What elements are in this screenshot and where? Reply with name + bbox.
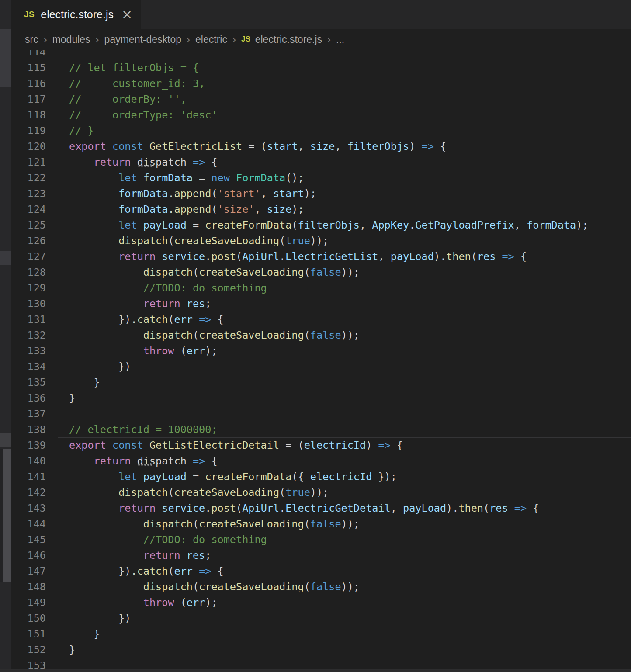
line-number[interactable]: 149 xyxy=(11,595,46,610)
code-line[interactable]: 116// customer_id: 3, xyxy=(11,76,631,91)
code-line[interactable]: 120export const GetElectricList = (start… xyxy=(11,139,631,154)
code-line[interactable]: 138// electricId = 1000000; xyxy=(11,422,631,437)
code-line[interactable]: 136} xyxy=(11,390,631,406)
code-line[interactable]: 115// let filterObjs = { xyxy=(11,60,631,76)
line-number[interactable]: 142 xyxy=(11,485,46,500)
line-number[interactable]: 118 xyxy=(11,107,46,123)
line-number[interactable]: 117 xyxy=(11,91,46,107)
code-line[interactable]: 118// orderType: 'desc' xyxy=(11,107,631,123)
breadcrumb-item-file[interactable]: electric.store.js xyxy=(255,34,322,45)
code-line[interactable]: 135 } xyxy=(11,374,631,390)
code-line[interactable]: 143 return service.post(ApiUrl.ElectricG… xyxy=(11,500,631,516)
code-line[interactable]: 133 throw (err); xyxy=(11,343,631,359)
code-line[interactable]: 148 dispatch(createSaveLoading(false)); xyxy=(11,579,631,595)
line-number[interactable]: 128 xyxy=(11,264,46,280)
breadcrumb-item-modules[interactable]: modules xyxy=(52,34,90,45)
line-number[interactable]: 140 xyxy=(11,453,46,469)
code-line-content: }) xyxy=(69,610,131,626)
line-number[interactable]: 126 xyxy=(11,233,46,249)
chevron-right-icon: › xyxy=(327,33,331,46)
code-line[interactable]: 126 dispatch(createSaveLoading(true)); xyxy=(11,233,631,249)
line-number[interactable]: 148 xyxy=(11,579,46,595)
line-number[interactable]: 137 xyxy=(11,406,46,422)
tab-electric-store-js[interactable]: JS electric.store.js × xyxy=(11,0,141,29)
sidebar-scrollbar-thumb[interactable] xyxy=(3,449,11,582)
indent-guide xyxy=(119,516,119,610)
line-number[interactable]: 124 xyxy=(11,201,46,217)
line-number[interactable]: 143 xyxy=(11,500,46,516)
line-number[interactable]: 134 xyxy=(11,359,46,374)
code-line[interactable]: 128 dispatch(createSaveLoading(false)); xyxy=(11,264,631,280)
code-line[interactable]: 145 //TODO: do something xyxy=(11,532,631,547)
code-line-content: dispatch(createSaveLoading(true)); xyxy=(69,233,329,249)
code-line[interactable]: 130 return res; xyxy=(11,296,631,312)
code-line[interactable]: 151 } xyxy=(11,626,631,642)
code-line[interactable]: 125 let payLoad = createFormData(filterO… xyxy=(11,217,631,233)
chevron-right-icon: › xyxy=(43,33,48,46)
line-number[interactable]: 133 xyxy=(11,343,46,359)
code-line[interactable]: 147 }).catch(err => { xyxy=(11,563,631,579)
line-number[interactable]: 120 xyxy=(11,139,46,154)
code-line-content: throw (err); xyxy=(69,595,218,610)
vscode-window: 114115// let filterObjs = {116// custome… xyxy=(0,0,631,672)
line-number[interactable]: 145 xyxy=(11,532,46,547)
code-line[interactable]: 119// } xyxy=(11,123,631,139)
line-number[interactable]: 129 xyxy=(11,280,46,296)
code-line[interactable]: 137 xyxy=(11,406,631,422)
line-number[interactable]: 144 xyxy=(11,516,46,532)
line-number[interactable]: 135 xyxy=(11,374,46,390)
code-line-content: formData.append('start', start); xyxy=(69,186,316,201)
breadcrumb-item-more[interactable]: ... xyxy=(336,34,344,45)
code-line[interactable]: 127 return service.post(ApiUrl.ElectricG… xyxy=(11,249,631,264)
code-line[interactable]: 144 dispatch(createSaveLoading(false)); xyxy=(11,516,631,532)
line-number[interactable]: 123 xyxy=(11,186,46,201)
line-number[interactable]: 127 xyxy=(11,249,46,264)
line-number[interactable]: 141 xyxy=(11,469,46,485)
code-line[interactable]: 131 }).catch(err => { xyxy=(11,312,631,327)
line-number[interactable]: 138 xyxy=(11,422,46,437)
code-line-content: // orderType: 'desc' xyxy=(69,107,218,123)
line-number[interactable]: 125 xyxy=(11,217,46,233)
code-line[interactable]: 134 }) xyxy=(11,359,631,374)
code-line[interactable]: 142 dispatch(createSaveLoading(true)); xyxy=(11,485,631,500)
code-line[interactable]: 141 let payLoad = createFormData({ elect… xyxy=(11,469,631,485)
line-number[interactable]: 147 xyxy=(11,563,46,579)
code-line[interactable]: 146 return res; xyxy=(11,547,631,563)
line-number[interactable]: 139 xyxy=(11,437,46,453)
code-line[interactable]: 123 formData.append('start', start); xyxy=(11,186,631,201)
line-number[interactable]: 150 xyxy=(11,610,46,626)
code-line[interactable]: 150 }) xyxy=(11,610,631,626)
line-number[interactable]: 131 xyxy=(11,312,46,327)
line-number[interactable]: 119 xyxy=(11,123,46,139)
sidebar-edge-block xyxy=(0,29,11,87)
code-line-content: let payLoad = createFormData({ electricI… xyxy=(69,469,397,485)
line-number[interactable]: 115 xyxy=(11,60,46,76)
code-line[interactable]: 152} xyxy=(11,642,631,658)
line-number[interactable]: 130 xyxy=(11,296,46,312)
code-line[interactable]: 117// orderBy: '', xyxy=(11,91,631,107)
close-icon[interactable]: × xyxy=(121,8,132,21)
sidebar-edge-block xyxy=(0,433,11,447)
code-line[interactable]: 132 dispatch(createSaveLoading(false)); xyxy=(11,327,631,343)
code-line[interactable]: 122 let formData = new FormData(); xyxy=(11,170,631,186)
breadcrumb-item-src[interactable]: src xyxy=(25,34,38,45)
code-line[interactable]: 121 return dispatch => { xyxy=(11,154,631,170)
code-line[interactable]: 124 formData.append('size', size); xyxy=(11,201,631,217)
javascript-file-icon: JS xyxy=(24,10,35,19)
line-number[interactable]: 132 xyxy=(11,327,46,343)
line-number[interactable]: 146 xyxy=(11,547,46,563)
code-line-content: }).catch(err => { xyxy=(69,563,224,579)
code-editor[interactable]: 114115// let filterObjs = {116// custome… xyxy=(0,0,631,672)
line-number[interactable]: 152 xyxy=(11,642,46,658)
line-number[interactable]: 116 xyxy=(11,76,46,91)
line-number[interactable]: 136 xyxy=(11,390,46,406)
breadcrumb-item-electric[interactable]: electric xyxy=(195,34,227,45)
breadcrumb-item-payment-desktop[interactable]: payment-desktop xyxy=(104,34,181,45)
line-number[interactable]: 122 xyxy=(11,170,46,186)
line-number[interactable]: 121 xyxy=(11,154,46,170)
code-line[interactable]: 140 return dispatch => { xyxy=(11,453,631,469)
code-line[interactable]: 129 //TODO: do something xyxy=(11,280,631,296)
code-line[interactable]: 149 throw (err); xyxy=(11,595,631,610)
line-number[interactable]: 151 xyxy=(11,626,46,642)
javascript-file-icon: JS xyxy=(241,35,251,44)
